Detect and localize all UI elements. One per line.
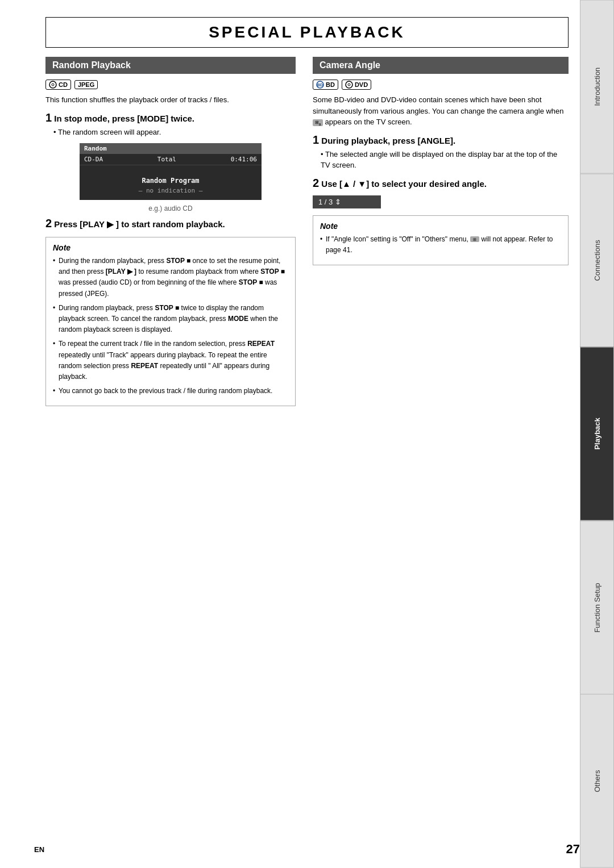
right-sidebar: Introduction Connections Playback Functi…	[580, 0, 614, 868]
random-note-2: During random playback, press STOP ■ twi…	[53, 303, 288, 336]
camera-step1-sub: The selected angle will be displayed on …	[321, 149, 569, 171]
main-content: Random Playback CD JPEG This function sh…	[45, 57, 569, 406]
random-step1-sub: The random screen will appear.	[53, 127, 296, 138]
camera-angle-badges: BD BD DVD	[313, 80, 569, 90]
random-playback-intro: This function shuffles the playback orde…	[45, 94, 296, 106]
random-note-title: Note	[53, 243, 288, 252]
screen-header: Random	[80, 143, 262, 154]
camera-step1-title: 1 During playback, press [ANGLE].	[313, 133, 569, 147]
sidebar-tab-function-setup[interactable]: Function Setup	[580, 521, 614, 695]
bd-badge: BD BD	[313, 80, 338, 90]
random-step1-title: 1 In stop mode, press [MODE] twice.	[45, 111, 296, 124]
camera-step1: 1 During playback, press [ANGLE]. The se…	[313, 133, 569, 171]
page-title-bar: SPECIAL PLAYBACK	[45, 17, 569, 48]
bottom-lang: EN	[34, 845, 44, 854]
sidebar-tab-playback[interactable]: Playback	[580, 347, 614, 521]
random-step2: 2 Press [PLAY ▶ ] to start random playba…	[45, 217, 296, 230]
cd-icon	[49, 81, 57, 89]
camera-note-box: Note If "Angle Icon" setting is "Off" in…	[313, 215, 569, 265]
camera-step2-title: 2 Use [▲ / ▼] to select your desired ang…	[313, 177, 569, 190]
camera-angle-section: Camera Angle BD BD	[307, 57, 569, 406]
screen-data-row: CD-DA Total 0:41:06	[80, 154, 262, 165]
cd-badge: CD	[45, 80, 71, 90]
camera-angle-intro: Some BD-video and DVD-video contain scen…	[313, 94, 569, 128]
random-playback-badges: CD JPEG	[45, 80, 296, 90]
bottom-bar: EN 27	[34, 842, 580, 857]
random-step1: 1 In stop mode, press [MODE] twice. The …	[45, 111, 296, 138]
dvd-icon	[345, 81, 353, 89]
sidebar-tab-connections[interactable]: Connections	[580, 174, 614, 348]
camera-angle-header: Camera Angle	[313, 57, 569, 74]
svg-text:BD: BD	[317, 83, 323, 87]
random-note-box: Note During the random playback, press S…	[45, 237, 296, 406]
camera-note-title: Note	[320, 222, 561, 231]
random-step2-title: 2 Press [PLAY ▶ ] to start random playba…	[45, 217, 296, 230]
random-note-4: You cannot go back to the previous track…	[53, 386, 288, 397]
svg-point-4	[346, 81, 352, 88]
random-playback-header: Random Playback	[45, 57, 296, 74]
random-playback-section: Random Playback CD JPEG This function sh…	[45, 57, 307, 406]
svg-point-0	[49, 81, 56, 88]
camera-note-1: If "Angle Icon" setting is "Off" in "Oth…	[320, 234, 561, 256]
random-note-3: To repeat the current track / file in th…	[53, 339, 288, 382]
sidebar-tab-others[interactable]: Others	[580, 694, 614, 868]
screen-caption: e.g.) audio CD	[45, 205, 296, 212]
screen-body: Random Program – no indication –	[80, 165, 262, 200]
random-screen: Random CD-DA Total 0:41:06 Random Progra…	[80, 143, 262, 200]
sidebar-tab-introduction[interactable]: Introduction	[580, 0, 614, 174]
svg-point-1	[52, 84, 54, 86]
bd-icon: BD	[316, 81, 324, 89]
random-note-1: During the random playback, press STOP ■…	[53, 256, 288, 299]
page-title: SPECIAL PLAYBACK	[46, 23, 568, 41]
angle-selector-bar: 1 / 3 ⇕	[313, 195, 381, 208]
jpeg-badge: JPEG	[74, 80, 98, 89]
svg-point-5	[348, 84, 350, 86]
camera-step2: 2 Use [▲ / ▼] to select your desired ang…	[313, 177, 569, 190]
dvd-badge: DVD	[342, 80, 371, 90]
bottom-page-number: 27	[566, 842, 580, 857]
